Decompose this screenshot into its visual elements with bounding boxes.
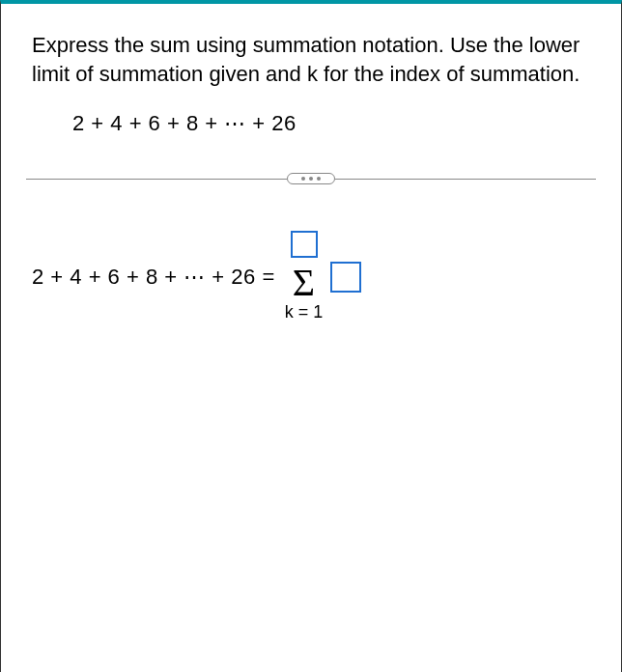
expand-pill[interactable] <box>287 173 335 184</box>
section-divider <box>26 165 596 192</box>
upper-limit-slot <box>291 231 318 264</box>
sigma-symbol: Σ <box>293 266 315 300</box>
summand-input[interactable] <box>330 262 361 293</box>
sigma-notation: Σ k = 1 <box>285 231 324 322</box>
problem-page: Express the sum using summation notation… <box>0 0 622 672</box>
answer-row: 2 + 4 + 6 + 8 + ⋯ + 26 = Σ k = 1 <box>32 231 590 322</box>
lower-limit: k = 1 <box>285 302 324 322</box>
sigma-term-group: Σ k = 1 <box>285 231 362 322</box>
dot-icon <box>317 177 321 181</box>
divider-line-left <box>26 179 287 180</box>
dot-icon <box>301 177 305 181</box>
dot-icon <box>309 177 313 181</box>
series-expression: 2 + 4 + 6 + 8 + ⋯ + 26 <box>72 111 590 136</box>
upper-limit-input[interactable] <box>291 231 318 258</box>
question-prompt: Express the sum using summation notation… <box>32 31 590 88</box>
divider-line-right <box>335 179 596 180</box>
answer-lhs: 2 + 4 + 6 + 8 + ⋯ + 26 = <box>32 265 275 290</box>
